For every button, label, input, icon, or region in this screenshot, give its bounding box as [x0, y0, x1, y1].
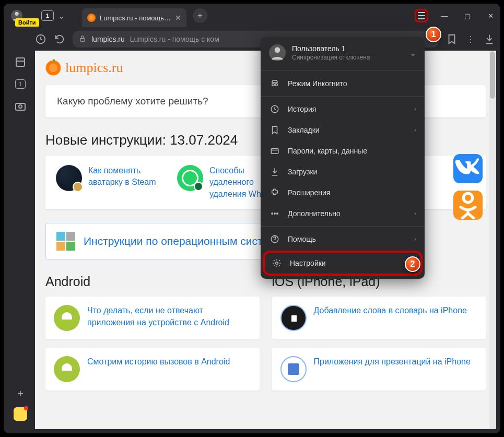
svg-point-6	[19, 105, 22, 108]
menu-item-extensions[interactable]: Расширения	[261, 182, 425, 203]
menu-item-label: Пароли, карты, данные	[288, 147, 367, 155]
new-tab-button[interactable]: +	[193, 8, 207, 23]
user-avatar-icon	[269, 44, 286, 61]
address-domain: lumpics.ru	[91, 35, 125, 43]
menu-item-bookmarks[interactable]: Закладки ›	[261, 120, 425, 140]
login-button[interactable]: Войти	[15, 18, 39, 27]
ok-button[interactable]	[453, 191, 483, 220]
android-icon	[54, 305, 80, 331]
steam-icon	[56, 165, 82, 191]
tab-counter[interactable]: 1 ⌄	[41, 10, 66, 21]
logo-text: lumpics.ru	[65, 60, 123, 76]
extensions-icon	[270, 188, 279, 197]
svg-point-9	[272, 84, 275, 86]
menu-item-label: Загрузки	[288, 168, 317, 176]
address-page-title: Lumpics.ru - помощь с ком	[130, 35, 219, 43]
menu-user-section[interactable]: Пользователь 1 Синхронизация отключена ⌄	[261, 37, 425, 68]
chevron-right-icon: ›	[414, 210, 416, 217]
user-name: Пользователь 1	[292, 44, 403, 53]
svg-point-7	[463, 193, 473, 203]
downloads-icon[interactable]	[484, 33, 495, 45]
chevron-right-icon: ›	[414, 235, 416, 243]
window-close-button[interactable]: ✕	[484, 9, 497, 22]
menu-hamburger-button[interactable]	[415, 9, 428, 22]
menu-item-downloads[interactable]: Загрузки	[261, 161, 425, 182]
svg-rect-5	[16, 103, 25, 110]
menu-item-passwords[interactable]: Пароли, карты, данные	[261, 140, 425, 161]
iphone-icon	[280, 305, 307, 331]
scrollbar[interactable]	[489, 51, 496, 429]
sidebar-tabs-icon[interactable]: 1	[14, 78, 27, 90]
menu-item-label: Режим Инкогнито	[288, 79, 347, 88]
svg-point-8	[275, 47, 280, 53]
orange-logo-icon	[45, 60, 61, 76]
kebab-menu-icon[interactable]: ⋮	[465, 33, 476, 45]
article-link[interactable]: Приложения для презентаций на iPhone	[314, 356, 471, 368]
browser-sidebar: 1 +	[8, 51, 33, 429]
article-card[interactable]: Добавление слова в словарь на iPhone	[272, 297, 486, 339]
tab-count-box: 1	[41, 10, 54, 21]
instruction-item[interactable]: Как поменять аватарку в Steam	[56, 165, 167, 200]
menu-item-label: История	[288, 105, 316, 113]
bookmark-icon[interactable]	[446, 33, 458, 45]
window-minimize-button[interactable]: ―	[438, 9, 451, 22]
android-heading: Android	[45, 274, 260, 289]
apps-icon	[280, 356, 307, 382]
chevron-down-icon: ⌄	[409, 48, 416, 58]
article-card[interactable]: Смотрим историю вызовов в Android	[45, 348, 260, 391]
sidebar-camera-icon[interactable]	[14, 100, 27, 112]
os-instructions-link[interactable]: Инструкции по операционным системам	[84, 235, 290, 247]
sidebar-add-icon[interactable]: +	[14, 387, 27, 400]
article-card[interactable]: Что делать, если не отвечают приложения …	[45, 297, 260, 339]
tab-close-icon[interactable]: ✕	[175, 14, 181, 22]
svg-point-15	[276, 262, 278, 265]
menu-item-label: Закладки	[288, 126, 320, 134]
callout-badge-2: 2	[405, 256, 420, 272]
back-history-icon[interactable]	[35, 33, 46, 45]
sidebar-feed-icon[interactable]	[14, 56, 27, 68]
incognito-icon	[270, 79, 279, 88]
vk-button[interactable]	[453, 154, 483, 183]
svg-rect-2	[80, 38, 85, 41]
article-link[interactable]: Что делать, если не отвечают приложения …	[87, 305, 251, 328]
browser-tab[interactable]: Lumpics.ru - помощь с к ✕	[82, 8, 186, 27]
menu-item-help[interactable]: Помощь ›	[261, 229, 425, 250]
chevron-down-icon[interactable]: ⌄	[56, 10, 66, 21]
android-icon	[54, 356, 80, 382]
tab-title: Lumpics.ru - помощь с к	[100, 14, 172, 22]
gear-icon	[272, 258, 282, 268]
lock-icon	[79, 35, 86, 44]
sidebar-yandex-icon[interactable]	[14, 407, 27, 421]
menu-item-label: Расширения	[288, 188, 330, 197]
article-link[interactable]: Добавление слова в словарь на iPhone	[314, 305, 467, 316]
menu-item-settings[interactable]: Настройки	[265, 253, 420, 274]
help-icon	[270, 234, 279, 244]
os-grid-icon	[56, 232, 75, 251]
settings-highlight: Настройки	[263, 251, 423, 276]
menu-item-label: Помощь	[288, 235, 316, 243]
user-sync-status: Синхронизация отключена	[292, 54, 403, 61]
article-card[interactable]: Приложения для презентаций на iPhone	[272, 348, 486, 391]
instruction-link[interactable]: Как поменять аватарку в Steam	[88, 165, 167, 200]
callout-badge-1: 1	[426, 27, 441, 42]
dots-icon: •••	[270, 209, 279, 218]
chevron-right-icon: ›	[414, 105, 416, 113]
menu-item-incognito[interactable]: Режим Инкогнито	[261, 73, 425, 94]
hamburger-icon	[418, 12, 425, 19]
bookmarks-icon	[270, 125, 279, 135]
svg-rect-3	[16, 58, 25, 66]
downloads-icon	[270, 167, 279, 176]
menu-item-label: Дополнительно	[288, 209, 341, 218]
social-buttons	[453, 154, 483, 220]
article-link[interactable]: Смотрим историю вызовов в Android	[87, 356, 230, 368]
cards-icon	[270, 146, 279, 156]
menu-item-history[interactable]: История ›	[261, 99, 425, 120]
reload-icon[interactable]	[54, 33, 65, 45]
whatsapp-icon	[177, 165, 203, 191]
menu-item-more[interactable]: ••• Дополнительно ›	[261, 203, 425, 224]
tab-favicon-icon	[87, 14, 96, 22]
chevron-right-icon: ›	[414, 126, 416, 134]
window-maximize-button[interactable]: ▢	[461, 9, 474, 22]
titlebar: Войти 1 ⌄ Lumpics.ru - помощь с к ✕ + ― …	[4, 4, 500, 28]
svg-point-0	[15, 12, 18, 16]
